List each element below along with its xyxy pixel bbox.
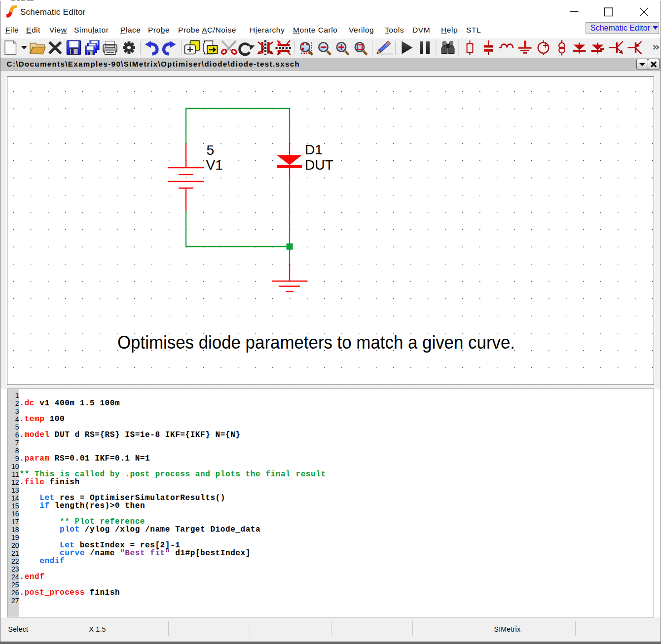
svg-text:Optimises diode parameters to: Optimises diode parameters to match a gi… bbox=[117, 332, 515, 353]
svg-text:V1: V1 bbox=[206, 157, 223, 173]
svg-text:D1: D1 bbox=[305, 142, 323, 157]
svg-text:DUT: DUT bbox=[305, 157, 333, 173]
svg-text:5: 5 bbox=[207, 142, 215, 158]
